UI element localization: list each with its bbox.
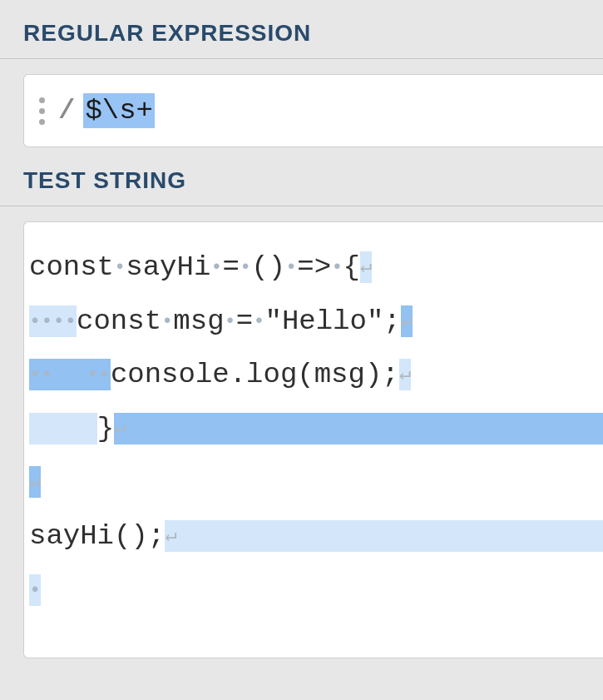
match-highlight: ↵ — [29, 466, 41, 498]
match-highlight: ↵ — [401, 305, 413, 337]
space-dot-icon: • — [65, 303, 77, 340]
space-dot-icon: • — [161, 303, 173, 340]
code-text: = — [223, 251, 240, 283]
vertical-grip-icon[interactable] — [37, 96, 47, 127]
code-text: "Hello"; — [265, 305, 401, 337]
code-text: { — [343, 251, 359, 283]
space-dot-icon: • — [225, 303, 236, 340]
space-dot-icon: • — [53, 303, 65, 340]
code-text: console.log(msg); — [111, 359, 399, 390]
match-highlight: ↵ — [360, 251, 372, 283]
carriage-return-icon: ↵ — [360, 256, 372, 278]
space-dot-icon: • — [285, 249, 297, 286]
code-line: const•sayHi•=•()•=>•{↵ — [29, 241, 598, 295]
code-line: }↵ — [29, 402, 598, 456]
space-dot-icon: • — [240, 249, 251, 286]
code-text — [29, 413, 97, 444]
code-line: ••••const•msg•=•"Hello";↵ — [29, 295, 598, 349]
regex-delimiter: / — [58, 95, 75, 127]
code-text: const — [29, 251, 114, 283]
regex-input-box[interactable]: / $\s+ — [23, 74, 603, 147]
code-text — [53, 359, 87, 390]
space-dot-icon: • — [210, 249, 222, 286]
code-line: sayHi();↵ — [29, 509, 598, 563]
space-dot-icon: • — [331, 249, 343, 286]
carriage-return-icon: ↵ — [114, 417, 126, 439]
match-highlight: ↵ — [114, 413, 603, 444]
code-text: sayHi(); — [29, 520, 165, 552]
code-line: •• ••console.log(msg);↵ — [29, 348, 598, 402]
match-highlight: •• •• — [29, 359, 111, 390]
code-text: sayHi — [126, 251, 210, 283]
test-string-section-header: TEST STRING — [0, 147, 603, 206]
code-text: msg — [173, 305, 224, 337]
code-line: • — [29, 563, 598, 618]
carriage-return-icon: ↵ — [165, 524, 176, 547]
space-dot-icon: • — [99, 356, 111, 394]
space-dot-icon: • — [114, 249, 126, 286]
match-highlight: • — [29, 574, 41, 606]
space-dot-icon: • — [29, 356, 41, 394]
test-string-input[interactable]: const•sayHi•=•()•=>•{↵••••const•msg•=•"H… — [23, 221, 603, 658]
code-text: => — [297, 251, 331, 283]
match-highlight: •••• — [29, 305, 77, 337]
match-highlight: ↵ — [165, 520, 603, 552]
space-dot-icon: • — [253, 303, 264, 340]
regex-pattern[interactable]: $\s+ — [83, 93, 155, 128]
carriage-return-icon: ↵ — [29, 470, 41, 493]
space-dot-icon: • — [86, 356, 98, 394]
code-text: } — [97, 413, 114, 444]
code-text: = — [236, 305, 253, 337]
space-dot-icon: • — [41, 356, 52, 394]
space-dot-icon: • — [41, 303, 52, 340]
match-highlight — [29, 413, 97, 444]
code-text: () — [251, 251, 285, 283]
carriage-return-icon: ↵ — [399, 363, 411, 385]
code-text — [177, 520, 603, 552]
carriage-return-icon: ↵ — [401, 310, 413, 332]
code-line: ↵ — [29, 455, 598, 509]
code-text: const — [77, 305, 161, 337]
code-text — [126, 413, 603, 444]
regex-section-header: REGULAR EXPRESSION — [0, 0, 603, 59]
space-dot-icon: • — [29, 572, 41, 609]
match-highlight: ↵ — [399, 359, 411, 390]
space-dot-icon: • — [29, 303, 41, 340]
